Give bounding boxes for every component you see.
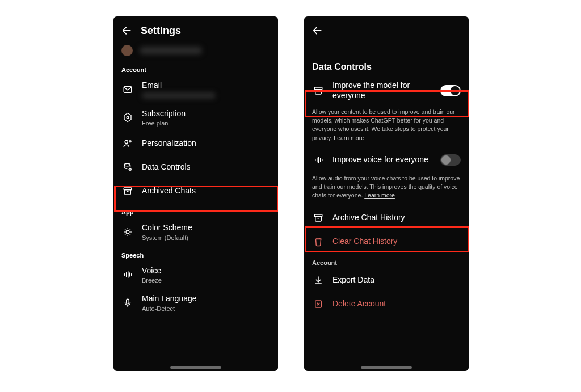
item-export-data[interactable]: Export Data <box>304 268 469 292</box>
toggle-switch[interactable] <box>440 154 461 166</box>
page-title: Data Controls <box>304 41 469 75</box>
header: Settings <box>113 16 278 41</box>
data-controls-icon <box>121 162 134 172</box>
svg-point-6 <box>124 163 130 166</box>
label: Delete Account <box>332 299 461 309</box>
section-account: Account <box>304 254 469 268</box>
archive-icon <box>121 186 134 196</box>
settings-item-archived-chats[interactable]: Archived Chats <box>113 179 278 203</box>
svg-point-5 <box>129 141 131 142</box>
trash-icon <box>312 237 325 247</box>
delete-account-icon <box>312 299 325 309</box>
svg-marker-2 <box>124 113 131 122</box>
settings-item-personalization[interactable]: Personalization <box>113 132 278 155</box>
svg-rect-16 <box>127 299 129 304</box>
page-title: Settings <box>141 25 181 37</box>
label: Email <box>142 81 270 91</box>
svg-rect-26 <box>314 214 322 217</box>
archive-icon <box>312 213 325 223</box>
settings-item-subscription[interactable]: Subscription Free plan <box>113 104 278 132</box>
svg-point-7 <box>129 168 131 170</box>
voice-waveform-icon <box>312 155 325 165</box>
improve-voice-description: Allow audio from your voice chats to be … <box>304 172 469 206</box>
voice-waveform-icon <box>121 269 134 280</box>
archive-icon <box>312 86 325 96</box>
section-speech: Speech <box>113 246 278 261</box>
back-arrow-icon[interactable] <box>311 24 323 37</box>
subscription-icon <box>121 112 134 123</box>
label: Data Controls <box>142 162 270 172</box>
data-controls-screen: Data Controls Improve the model for ever… <box>304 16 469 371</box>
settings-item-voice[interactable]: Voice Breeze <box>113 261 278 289</box>
microphone-icon <box>121 298 134 308</box>
label: Archive Chat History <box>332 213 461 223</box>
label: Voice <box>142 266 270 276</box>
sub: Free plan <box>142 120 270 127</box>
avatar <box>121 45 133 56</box>
back-arrow-icon[interactable] <box>120 24 133 37</box>
home-indicator <box>170 366 221 369</box>
svg-point-4 <box>125 140 128 143</box>
profile-row[interactable] <box>113 41 278 61</box>
item-archive-chat-history[interactable]: Archive Chat History <box>304 206 469 230</box>
learn-more-link[interactable]: Learn more <box>364 192 395 199</box>
label: Main Language <box>142 294 270 304</box>
settings-item-color-scheme[interactable]: Color Scheme System (Default) <box>113 218 278 246</box>
download-icon <box>312 275 325 285</box>
svg-point-3 <box>127 116 129 119</box>
label: Clear Chat History <box>332 237 461 247</box>
settings-item-main-language[interactable]: Main Language Auto-Detect <box>113 289 278 317</box>
svg-point-10 <box>126 230 129 234</box>
toggle-improve-voice[interactable]: Improve voice for everyone <box>304 148 469 172</box>
item-delete-account[interactable]: Delete Account <box>304 292 469 316</box>
profile-name-redacted <box>140 47 202 54</box>
item-clear-chat-history[interactable]: Clear Chat History <box>304 230 469 254</box>
label: Improve voice for everyone <box>332 155 440 165</box>
svg-rect-19 <box>314 87 322 90</box>
home-indicator <box>361 366 412 369</box>
email-icon <box>121 85 134 95</box>
settings-item-email[interactable]: Email <box>113 75 278 104</box>
header <box>304 16 469 41</box>
label: Export Data <box>332 275 461 285</box>
settings-screen: Settings Account Email Subscription Free… <box>113 16 278 371</box>
label: Archived Chats <box>142 186 270 196</box>
svg-rect-8 <box>124 188 132 190</box>
section-app: App <box>113 203 278 218</box>
label: Color Scheme <box>142 223 270 233</box>
sub: System (Default) <box>142 234 270 241</box>
learn-more-link[interactable]: Learn more <box>334 134 364 141</box>
email-value-redacted <box>142 92 216 99</box>
toggle-improve-model[interactable]: Improve the model for everyone <box>304 75 469 106</box>
sub: Breeze <box>142 277 270 284</box>
label: Subscription <box>142 109 270 119</box>
toggle-switch[interactable] <box>440 85 461 96</box>
section-account: Account <box>113 61 278 75</box>
label: Improve the model for everyone <box>332 81 440 100</box>
sub: Auto-Detect <box>142 305 270 312</box>
improve-model-description: Allow your content to be used to improve… <box>304 106 469 148</box>
personalization-icon <box>121 138 134 149</box>
settings-item-data-controls[interactable]: Data Controls <box>113 155 278 179</box>
color-scheme-icon <box>121 227 134 237</box>
label: Personalization <box>142 138 270 149</box>
